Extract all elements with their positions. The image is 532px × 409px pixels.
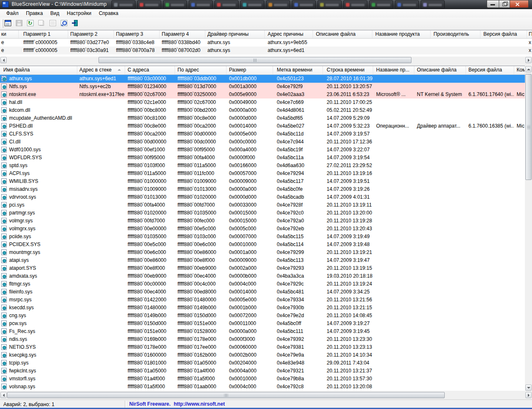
column-header[interactable]: Название продукта (372, 30, 431, 38)
upper-horizontal-scrollbar[interactable] (0, 57, 532, 64)
cell: 0x00007000 (227, 233, 273, 241)
table-row[interactable]: fltmgr.sysfffff880`00c00000fffff880`00c4… (0, 280, 525, 288)
scroll-up-button[interactable] (525, 66, 532, 72)
table-row[interactable]: WDFLDR.SYSfffff880`00f95000fffff880`00fa… (0, 154, 525, 162)
cell: Wdf01000.sys (0, 146, 77, 154)
table-row[interactable]: kdcom.dllfffff800`00bc8000fffff800`00bd2… (0, 106, 525, 114)
menu-item-вид[interactable]: Вид (47, 10, 63, 17)
table-row[interactable]: mountmgr.sysfffff880`00e6c000fffff880`00… (0, 249, 525, 256)
table-row[interactable]: fileinfo.sysfffff880`00ec4000fffff880`00… (0, 288, 525, 296)
cell: fffff880`0151e000 (175, 320, 227, 328)
column-header[interactable]: Название пр... (373, 66, 414, 74)
table-row[interactable]: ksecpkg.sysfffff880`01600000fffff880`016… (0, 351, 525, 359)
table-row[interactable]: sptd.sysfffff880`0103f000fffff880`011a50… (0, 162, 525, 170)
table-row[interactable]: pciide.sysfffff880`01035000fffff880`0103… (0, 233, 525, 241)
table-row[interactable]: ksecdd.sysfffff880`01480000fffff880`0149… (0, 304, 525, 312)
table-row[interactable]: ataport.SYSfffff880`00e8f000fffff880`00e… (0, 264, 525, 272)
cell: 0x000f3000 (227, 335, 273, 343)
column-header[interactable]: Строка времени (323, 66, 373, 74)
table-row[interactable]: PCIIDEX.SYSfffff880`00e5c000fffff880`00e… (0, 241, 525, 249)
column-header[interactable]: Имя файла (0, 66, 77, 74)
table-row[interactable]: ndis.sysfffff880`0169b000fffff880`0178e0… (0, 335, 525, 343)
menu-item-файл[interactable]: Файл (2, 10, 22, 17)
scroll-down-button[interactable] (525, 384, 532, 391)
close-button[interactable] (510, 0, 529, 8)
table-row[interactable]: volmgr.sysfffff880`00fd7000fffff880`00fe… (0, 217, 525, 225)
table-row[interactable]: atapi.sysfffff880`00e86000fffff880`00e8f… (0, 256, 525, 264)
cell: fffff880`011a5000 (125, 170, 175, 177)
lower-horizontal-scrollbar[interactable] (0, 392, 532, 399)
table-row[interactable]: cng.sysfffff880`0149b000fffff880`0150d00… (0, 312, 525, 320)
column-header[interactable]: Ком (514, 66, 525, 74)
scroll-right-button[interactable] (525, 57, 532, 63)
cell: fffff880`00c8e000 (175, 114, 227, 122)
options-icon (5, 20, 11, 26)
table-row[interactable]: pcw.sysfffff880`0150d000fffff880`0151e00… (0, 320, 525, 328)
column-header[interactable]: Драйвер причины (205, 30, 265, 38)
table-row[interactable]: volmgrx.sysfffff880`00e00000fffff880`00e… (0, 225, 525, 233)
menu-item-правка[interactable]: Правка (22, 10, 47, 17)
table-row[interactable]: NETIO.SYSfffff880`0178e000fffff880`017ee… (0, 343, 525, 351)
table-row[interactable]: CLFS.SYSfffff880`00ca2000fffff880`00d000… (0, 130, 525, 138)
column-header[interactable]: С адреса (125, 66, 175, 74)
cell: 0x0002a000 (227, 264, 273, 272)
options-button[interactable] (4, 19, 12, 28)
table-row[interactable]: msisadrv.sysfffff880`01009000fffff880`01… (0, 185, 525, 193)
column-header[interactable]: Параметр 1 (19, 30, 68, 38)
column-header[interactable]: Параметр 2 (68, 30, 114, 38)
exit-button[interactable] (71, 19, 80, 28)
refresh-button[interactable] (27, 19, 35, 28)
table-row[interactable]: vmstorfl.sysfffff880`01a4f000fffff880`01… (0, 375, 525, 383)
column-header[interactable]: Адрес причины (265, 30, 313, 38)
table-row[interactable]: ntoskrnl.exentoskrnl.exe+317feefffff800`… (0, 91, 525, 99)
scroll-left-button[interactable] (0, 392, 7, 398)
table-row[interactable]: ACPI.sysfffff880`011a5000fffff880`011fc0… (0, 170, 525, 177)
column-header[interactable]: Версия файла (466, 66, 514, 74)
table-row[interactable]: WMILIB.SYSfffff880`01000000fffff880`0100… (0, 177, 525, 185)
column-header[interactable]: Параметр 3 (114, 30, 160, 38)
table-row[interactable]: volsnap.sysfffff880`01a5f000fffff880`01a… (0, 383, 525, 391)
menu-item-справка[interactable]: Справка (95, 10, 122, 17)
column-header[interactable]: Метка времени (273, 66, 323, 74)
table-row[interactable]: partmgr.sysfffff880`01020000fffff880`010… (0, 209, 525, 217)
column-header[interactable]: Размер (227, 66, 273, 74)
table-row[interactable]: hal.dllfffff800`02c1e000fffff800`02c6700… (0, 99, 525, 106)
column-header[interactable]: По адрес (175, 66, 227, 74)
table-row[interactable]: pci.sysfffff880`00fa4000fffff880`00fd700… (0, 201, 525, 209)
table-row[interactable]: fwpkclnt.sysfffff880`01a05000fffff880`01… (0, 367, 525, 375)
column-header[interactable]: Версия файла (480, 30, 527, 38)
crash-row[interactable]: effffffff`c0000005fffff880`03d277e0fffff… (0, 39, 532, 47)
scroll-right-button[interactable] (525, 392, 532, 398)
table-row[interactable]: vdrvroot.sysfffff880`01013000fffff880`01… (0, 193, 525, 201)
table-row[interactable]: PSHED.dllfffff880`00c8e000fffff880`00ca2… (0, 122, 525, 130)
table-row[interactable]: Ntfs.sysNtfs.sys+ec2bfffff880`01234000ff… (0, 83, 525, 91)
column-header[interactable]: Описание файла (414, 66, 466, 74)
table-row[interactable]: msrpc.sysfffff880`01422000fffff880`01480… (0, 296, 525, 304)
table-row[interactable]: amdxata.sysfffff880`00eb9000fffff880`00e… (0, 272, 525, 280)
cell: fffff880`00e5c000 (175, 225, 227, 233)
column-header[interactable]: Описание файла (313, 30, 372, 38)
table-row[interactable]: tcpip.sysfffff880`01801000fffff880`01a05… (0, 359, 525, 367)
driver-file-icon (1, 265, 7, 271)
minimize-button[interactable] (487, 0, 499, 8)
table-row[interactable]: Wdf01000.sysfffff880`00ef1000fffff880`00… (0, 146, 525, 154)
vertical-scrollbar[interactable] (525, 66, 532, 391)
table-row[interactable]: athurx.sysathurx.sys+6ed1fffff880`03c000… (0, 75, 525, 83)
table-row[interactable]: Fs_Rec.sysfffff880`0151e000fffff880`0152… (0, 328, 525, 335)
table-row[interactable]: CI.dllfffff880`00d00000fffff880`00dc0000… (0, 138, 525, 146)
upper-scroll-thumb[interactable] (99, 57, 411, 63)
crash-row[interactable]: effffffff`c0000005fffff880`03c30a91fffff… (0, 47, 532, 54)
lower-scroll-thumb[interactable] (7, 392, 445, 398)
column-header[interactable]: Параметр 4 (160, 30, 205, 38)
menu-item-настройки[interactable]: Настройки (63, 10, 95, 17)
column-header[interactable]: П (527, 30, 532, 38)
find-button[interactable] (60, 19, 69, 28)
vertical-scroll-thumb[interactable] (525, 74, 532, 180)
column-header[interactable]: Адрес в стеке (77, 66, 125, 74)
cell: 14.07.2009 3:19:27 (323, 320, 373, 328)
scroll-left-button[interactable] (0, 57, 7, 63)
column-header[interactable]: ки (0, 30, 19, 38)
table-row[interactable]: mcupdate_AuthenticAMD.dllfffff880`00c810… (0, 114, 525, 122)
column-header[interactable]: Производитель (431, 30, 480, 38)
restore-button[interactable] (499, 0, 510, 8)
